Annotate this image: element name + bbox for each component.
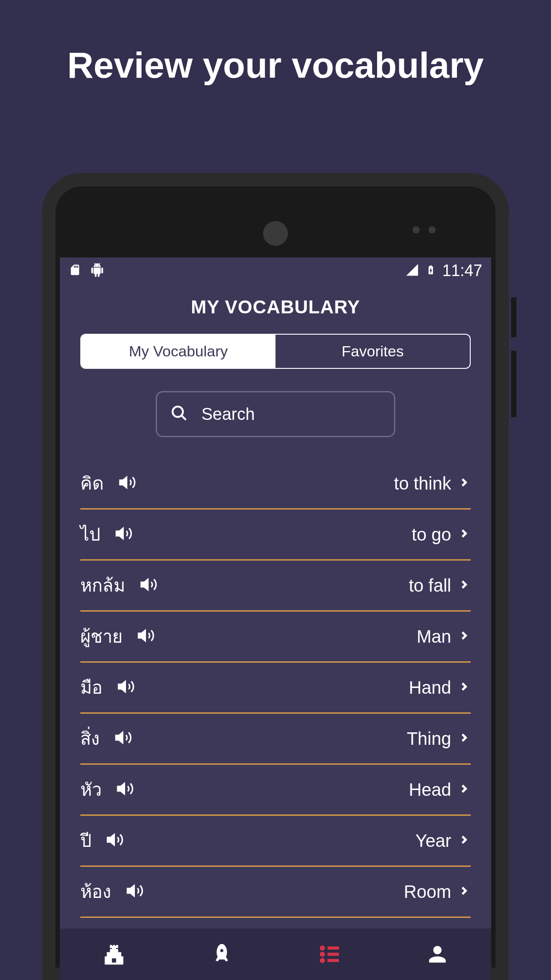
- vocab-source: สิ่ง: [80, 724, 100, 753]
- vocab-target: Year: [415, 831, 451, 851]
- vocab-source: มือ: [80, 673, 102, 702]
- speaker-icon[interactable]: [137, 576, 161, 595]
- vocab-source: คิด: [80, 469, 104, 498]
- chevron-right-icon: [457, 527, 471, 542]
- tab-my-vocabulary[interactable]: My Vocabulary: [81, 335, 276, 368]
- svg-point-4: [319, 958, 325, 963]
- vocab-item[interactable]: ห้องRoom: [80, 867, 471, 918]
- vocab-item[interactable]: ผู้ชายMan: [80, 612, 471, 663]
- vocab-target: Hand: [409, 678, 451, 698]
- speaker-icon[interactable]: [114, 678, 138, 697]
- svg-rect-5: [327, 947, 339, 950]
- nav-castle[interactable]: [101, 941, 127, 968]
- phone-speaker: [263, 221, 288, 246]
- speaker-icon[interactable]: [112, 525, 136, 544]
- nav-profile[interactable]: [424, 941, 451, 968]
- phone-side-button-1: [511, 297, 516, 337]
- vocab-target: to go: [412, 525, 451, 545]
- svg-point-3: [319, 952, 325, 957]
- speaker-icon[interactable]: [103, 831, 127, 850]
- svg-line-1: [181, 415, 186, 420]
- battery-charging-icon: [425, 262, 436, 280]
- svg-rect-6: [327, 953, 339, 956]
- vocab-item[interactable]: หกล้มto fall: [80, 561, 471, 612]
- search-placeholder: Search: [201, 405, 255, 424]
- tab-container: My Vocabulary Favorites: [80, 334, 471, 369]
- vocab-source: ไป: [80, 520, 100, 549]
- chevron-right-icon: [457, 680, 471, 695]
- vocab-target: Head: [409, 780, 451, 800]
- chevron-right-icon: [457, 578, 471, 593]
- vocab-item[interactable]: ไปto go: [80, 510, 471, 561]
- search-icon: [170, 404, 188, 424]
- android-icon: [90, 263, 104, 279]
- vocab-target: Room: [404, 882, 451, 902]
- signal-icon: [405, 263, 419, 279]
- status-bar: 11:47: [60, 257, 491, 284]
- chevron-right-icon: [457, 476, 471, 491]
- speaker-icon[interactable]: [123, 882, 147, 901]
- sd-card-icon: [69, 262, 81, 279]
- svg-rect-7: [327, 959, 339, 962]
- vocab-target: to think: [394, 474, 451, 494]
- vocab-source: ปี: [80, 826, 91, 855]
- vocab-item[interactable]: คิดto think: [80, 458, 471, 510]
- speaker-icon[interactable]: [113, 780, 137, 799]
- vocab-target: Thing: [407, 729, 451, 749]
- speaker-icon[interactable]: [115, 474, 139, 493]
- speaker-icon[interactable]: [111, 729, 135, 748]
- bottom-nav: [60, 929, 491, 980]
- promo-title: Review your vocabulary: [0, 0, 551, 86]
- chevron-right-icon: [457, 884, 471, 899]
- chevron-right-icon: [457, 782, 471, 797]
- vocab-source: ผู้ชาย: [80, 622, 122, 651]
- tab-favorites[interactable]: Favorites: [276, 335, 470, 368]
- vocab-item[interactable]: มือHand: [80, 663, 471, 714]
- vocab-item[interactable]: ปีYear: [80, 816, 471, 867]
- vocab-target: Man: [417, 627, 451, 647]
- vocabulary-list: คิดto thinkไปto goหกล้มto fallผู้ชายManม…: [60, 458, 491, 929]
- vocab-source: ห้อง: [80, 877, 111, 906]
- phone-sensor-dots: [413, 226, 436, 233]
- vocab-source: หกล้ม: [80, 571, 125, 600]
- search-input[interactable]: Search: [156, 391, 395, 437]
- nav-rocket[interactable]: [209, 941, 235, 968]
- svg-point-2: [319, 945, 325, 951]
- vocab-target: to fall: [409, 576, 451, 596]
- svg-point-0: [173, 407, 183, 417]
- status-time: 11:47: [442, 261, 482, 280]
- nav-list[interactable]: [316, 941, 343, 968]
- vocab-item[interactable]: สิ่งThing: [80, 714, 471, 765]
- chevron-right-icon: [457, 833, 471, 848]
- chevron-right-icon: [457, 731, 471, 746]
- chevron-right-icon: [457, 629, 471, 644]
- page-title: MY VOCABULARY: [60, 284, 491, 334]
- screen: 11:47 MY VOCABULARY My Vocabulary Favori…: [60, 257, 491, 980]
- phone-side-button-2: [511, 351, 516, 417]
- vocab-item[interactable]: หัวHead: [80, 765, 471, 816]
- vocab-source: หัว: [80, 775, 102, 804]
- speaker-icon[interactable]: [134, 627, 158, 646]
- phone-camera-dot: [114, 225, 125, 235]
